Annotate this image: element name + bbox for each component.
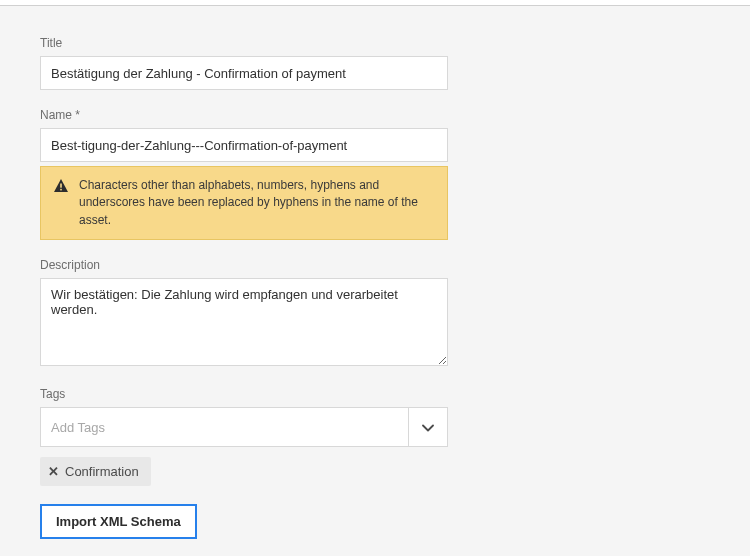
- svg-rect-0: [60, 184, 62, 188]
- title-input[interactable]: [40, 56, 448, 90]
- tags-label: Tags: [40, 387, 710, 401]
- name-input[interactable]: [40, 128, 448, 162]
- title-label: Title: [40, 36, 710, 50]
- tag-chip-label: Confirmation: [65, 464, 139, 479]
- tag-chip[interactable]: ✕ Confirmation: [40, 457, 151, 486]
- tags-input[interactable]: [40, 407, 408, 447]
- form-container: Title Name * Characters other than alpha…: [0, 6, 750, 556]
- name-field-group: Name *: [40, 108, 710, 162]
- tags-field-group: Tags ✕ Confirmation: [40, 387, 710, 486]
- tags-dropdown-button[interactable]: [408, 407, 448, 447]
- warning-icon: [53, 178, 69, 194]
- name-label: Name *: [40, 108, 710, 122]
- title-field-group: Title: [40, 36, 710, 90]
- tag-chip-list: ✕ Confirmation: [40, 447, 710, 486]
- tags-input-wrapper: [40, 407, 448, 447]
- close-icon[interactable]: ✕: [48, 465, 59, 478]
- import-xml-schema-button[interactable]: Import XML Schema: [40, 504, 197, 539]
- warning-text: Characters other than alphabets, numbers…: [79, 177, 435, 229]
- description-field-group: Description: [40, 258, 710, 369]
- import-section: Import XML Schema: [40, 504, 710, 551]
- description-label: Description: [40, 258, 710, 272]
- description-input[interactable]: [40, 278, 448, 366]
- chevron-down-icon: [422, 420, 434, 435]
- name-warning: Characters other than alphabets, numbers…: [40, 166, 448, 240]
- svg-rect-1: [60, 189, 62, 191]
